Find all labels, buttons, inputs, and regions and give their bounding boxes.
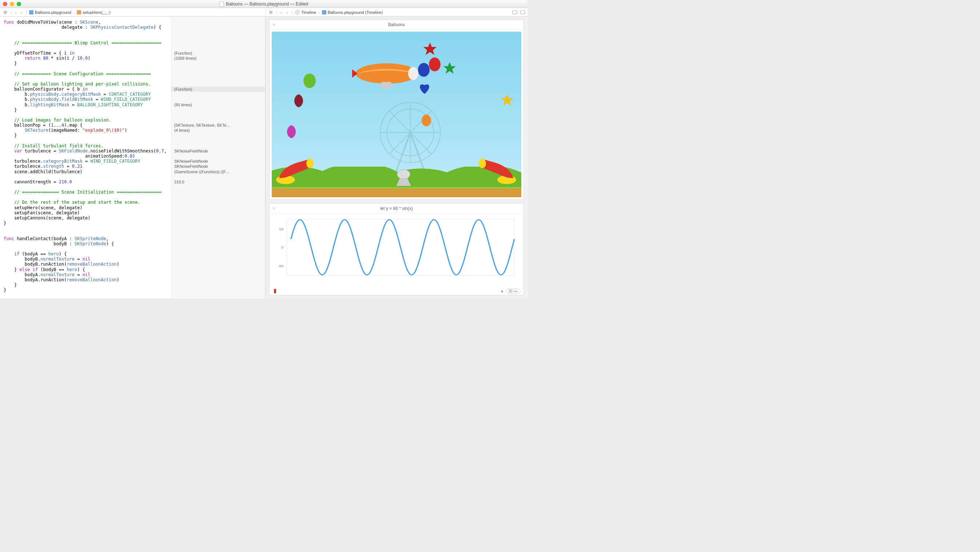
svg-point-19	[479, 159, 486, 168]
result-row[interactable]: SKNoiseFieldNode	[174, 159, 263, 164]
balloon-magenta	[285, 124, 298, 139]
timeline-playhead[interactable]	[274, 289, 276, 293]
crumb-file[interactable]: Balloons.playground	[29, 10, 71, 14]
minimize-button[interactable]	[10, 2, 14, 6]
star-green	[443, 62, 457, 75]
duration-field[interactable]: 30 sec	[506, 288, 520, 294]
scene-view[interactable]	[272, 32, 521, 197]
result-row[interactable]: (Function)	[171, 87, 265, 92]
maximize-button[interactable]	[17, 2, 21, 6]
playground-icon	[322, 10, 326, 14]
timeline-controls: ▸ 30 sec	[270, 287, 523, 295]
svg-point-20	[397, 170, 410, 179]
svg-point-22	[408, 67, 418, 80]
panel-title: let y = 80 * sin(x)	[380, 206, 413, 211]
crumb-timeline-file[interactable]: Balloons.playground (Timeline)	[322, 10, 383, 14]
svg-point-24	[303, 73, 316, 88]
graph-panel: × let y = 80 * sin(x) 50 0 -50 ▸ 30 sec	[269, 204, 524, 296]
crumb-symbol[interactable]: setupHero(_:_:)	[77, 10, 110, 14]
result-row[interactable]: (4 times)	[174, 128, 263, 133]
cannon-left	[275, 156, 315, 186]
svg-point-26	[429, 57, 441, 71]
spotlight	[393, 167, 418, 187]
related-items-icon[interactable]: ⊞	[2, 10, 8, 15]
result-row[interactable]: (1058 times)	[174, 56, 263, 61]
balloon-orange	[421, 115, 432, 128]
result-row[interactable]: 210.0	[174, 180, 263, 185]
blimp	[352, 61, 421, 94]
svg-line-9	[390, 111, 411, 132]
star-red	[423, 42, 437, 56]
play-button[interactable]: ▸	[501, 288, 503, 294]
nav-back[interactable]: ‹	[14, 10, 18, 15]
svg-text:-50: -50	[278, 264, 283, 268]
close-button[interactable]	[3, 2, 7, 6]
chart-area: 50 0 -50	[270, 213, 523, 287]
balloon-heart	[417, 81, 432, 95]
svg-rect-23	[381, 82, 391, 88]
result-row[interactable]: SKNoiseFieldNode	[174, 148, 263, 154]
method-icon	[77, 10, 81, 14]
nav-back[interactable]: ‹	[279, 10, 284, 15]
balloon-maroon	[292, 94, 305, 108]
svg-text:50: 50	[279, 227, 284, 231]
window-titlebar: Balloons — Balloons.playground — Edited	[0, 0, 527, 8]
related-items-icon[interactable]: ⊞	[268, 10, 274, 15]
view-toggle-1[interactable]	[512, 11, 517, 14]
close-icon[interactable]: ×	[272, 206, 275, 211]
star-yellow	[500, 94, 514, 107]
svg-point-27	[422, 115, 431, 126]
close-icon[interactable]: ×	[272, 22, 275, 27]
jump-bar: ⊞ | ‹ › | Balloons.playground › setupHer…	[0, 8, 527, 17]
view-toggle-2[interactable]	[520, 11, 525, 14]
jump-bar-left: ⊞ | ‹ › | Balloons.playground › setupHer…	[0, 8, 266, 16]
result-row[interactable]: [SKTexture, SKTexture, SKTe…	[174, 122, 263, 128]
playground-icon	[29, 10, 33, 14]
window-title: Balloons — Balloons.playground — Edited	[226, 2, 308, 6]
jump-bar-right: ⊞ | ‹ › | 🕘 Timeline › Balloons.playgrou…	[266, 8, 527, 16]
panel-title: Balloons	[388, 22, 405, 27]
traffic-lights	[3, 2, 21, 6]
document-icon	[220, 2, 224, 6]
code-editor[interactable]: func doDidMoveToView(scene : SKScene, de…	[0, 17, 171, 298]
svg-point-17	[306, 159, 313, 168]
result-row[interactable]: SKNoiseFieldNode	[174, 164, 263, 169]
svg-text:0: 0	[281, 246, 283, 249]
crumb-timeline[interactable]: 🕘 Timeline	[295, 10, 316, 14]
result-row[interactable]: (Function)	[174, 51, 263, 56]
balloon-red	[428, 57, 441, 72]
result-row[interactable]: (GameScene ((Function)) ((F…	[174, 169, 263, 174]
nav-forward[interactable]: ›	[285, 10, 290, 15]
results-sidebar: (Function) (1058 times) (Function) (55 t…	[171, 17, 265, 298]
live-view-panel: × Balloons	[269, 20, 524, 200]
balloon-green	[303, 73, 317, 90]
window-title-wrap: Balloons — Balloons.playground — Edited	[220, 2, 308, 6]
clock-icon: 🕘	[295, 10, 300, 14]
cannon-right	[477, 156, 517, 186]
nav-forward[interactable]: ›	[20, 10, 24, 15]
result-row[interactable]: (55 times)	[174, 102, 263, 107]
